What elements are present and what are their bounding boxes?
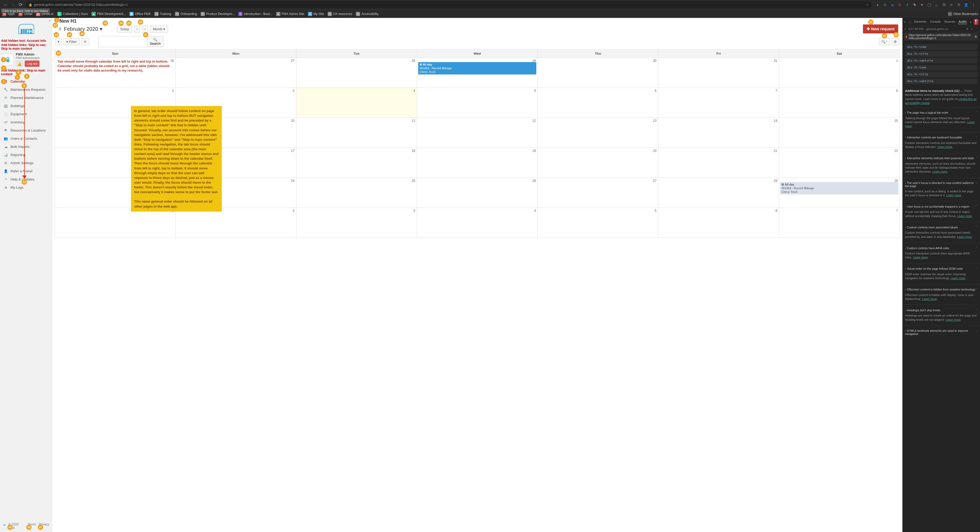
more-tabs-icon[interactable]: » (970, 20, 971, 24)
audit-section[interactable]: ◦ HTML5 landmark elements are used to im… (902, 325, 980, 339)
audit-element-row[interactable]: div.fc-subtitle (905, 78, 977, 84)
calendar-cell[interactable]: 26 (417, 178, 538, 208)
audit-element-row[interactable]: div.fc-subtitle (905, 58, 977, 64)
search-button[interactable]: 🔍 Search (147, 36, 164, 47)
audit-section[interactable]: ◦ Headings don't skip levels˄Headings ar… (902, 305, 980, 325)
learn-more-link[interactable]: Learn more (905, 121, 975, 127)
prev-button[interactable]: ‹ (134, 25, 140, 33)
calendar-cell[interactable]: 29⚙ All day351983 - Record MileageChevy … (779, 178, 900, 208)
bookmark-item[interactable]: BIntroduction - Boot... (238, 12, 272, 16)
calendar-cell[interactable]: 6 (658, 208, 779, 238)
nav-item[interactable]: 📊Reporting (0, 151, 52, 159)
bookmark-item[interactable]: GCollections | Guru (57, 12, 88, 16)
calendar-cell[interactable]: 29⚙ All day351983 - Record MileageChevy … (417, 58, 538, 88)
devtools-tab[interactable]: Elements (914, 19, 927, 24)
extension-icon[interactable]: ◐ (890, 2, 895, 7)
bookmark-item[interactable]: 🗀Onboarding (175, 12, 197, 16)
filter-button[interactable]: ▾ Filter (64, 38, 80, 45)
calendar-event[interactable]: ⚙ All day351983 - Record MileageChevy Tr… (418, 62, 536, 75)
add-audit-icon[interactable]: + (905, 27, 906, 30)
extension-icon[interactable]: 👤 (964, 2, 969, 7)
bookmark-item[interactable]: 🗀Accessibility (356, 12, 379, 16)
bookmark-item[interactable]: 🗀UX resources (328, 12, 352, 16)
calendar-cell[interactable]: 4 (417, 208, 538, 238)
extension-icon[interactable]: ⟳ (949, 2, 954, 7)
audit-element-row[interactable]: div.fc-title (905, 72, 977, 77)
error-badge[interactable]: ◐ 1 (974, 19, 978, 25)
calendar-cell[interactable]: 22 (779, 148, 900, 178)
bookmark-item[interactable]: ●FMX Admin Site (276, 12, 304, 16)
filter-funnel-button[interactable]: ▾ (55, 38, 62, 45)
collapse-sidebar-icon[interactable]: « (49, 18, 51, 22)
audit-section[interactable]: ◦ Visual order on the page follows DOM o… (902, 263, 980, 284)
new-request-button[interactable]: ✚ New request (863, 24, 898, 33)
logout-button[interactable]: Log out (25, 61, 40, 67)
logo[interactable]: FMX (0, 18, 52, 39)
extension-icon[interactable]: Ⓦ (942, 2, 947, 7)
audit-section[interactable]: ◦ The user's focus is directed to new co… (902, 178, 980, 201)
extension-icon[interactable]: ⋮ (971, 2, 976, 7)
nav-item[interactable]: ⬚Equipment (0, 110, 52, 118)
clear-filter-button[interactable]: ✕ (81, 38, 89, 45)
learn-more-link[interactable]: Learn more (947, 194, 961, 197)
extension-icon[interactable]: ⧉ (956, 2, 961, 7)
nav-item[interactable]: ☁Bulk Imports (0, 143, 52, 151)
learn-more-link[interactable]: Learn more (957, 235, 972, 238)
other-bookmarks[interactable]: 🗀Other Bookmarks (948, 12, 978, 16)
audit-element-row[interactable]: div.fc-time (905, 65, 977, 70)
calendar-event[interactable]: ⚙ All day351983 - Record MileageChevy Tr… (780, 182, 899, 194)
calendar-cell[interactable]: 6 (538, 88, 658, 118)
search-input[interactable] (99, 36, 147, 47)
audit-section[interactable]: ◦ Interactive elements indicate their pu… (902, 153, 980, 178)
extension-icon[interactable]: O (897, 2, 902, 7)
calendar-cell[interactable]: 1 (779, 58, 900, 88)
bookmark-item[interactable]: ▲FMX Development... (92, 12, 126, 16)
learn-more-link[interactable]: Learn more (937, 145, 952, 148)
audit-section[interactable]: ◦ The page has a logical tab order˄Tabbi… (902, 107, 980, 132)
audit-section[interactable]: ◦ User focus is not accidentally trapped… (902, 201, 980, 222)
bookmark-item[interactable]: ●My Site (308, 12, 324, 16)
calendar-cell[interactable]: 5 (538, 208, 658, 238)
audit-section[interactable]: ◦ Custom controls have ARIA roles˄Custom… (902, 242, 980, 263)
extension-icon[interactable]: ◯ (927, 2, 932, 7)
calendar-cell[interactable]: 27 (538, 178, 658, 208)
next-button[interactable]: › (142, 25, 148, 33)
device-icon[interactable]: ⬚ (908, 20, 911, 24)
calendar-cell[interactable]: 28 (296, 58, 417, 88)
devtools-tab[interactable]: Console (929, 19, 941, 24)
extension-icon[interactable]: ✦ (920, 2, 924, 7)
learn-more-link[interactable]: Learn more (932, 170, 947, 173)
clear-icon[interactable]: ⊘ (966, 27, 969, 30)
calendar-cell[interactable]: 4 (296, 88, 417, 118)
star-icon[interactable]: ☆ (866, 3, 869, 6)
calendar-cell[interactable]: 14 (658, 118, 779, 148)
calendar-cell[interactable]: 27 (175, 58, 296, 88)
calendar-cell[interactable]: 15 (779, 118, 900, 148)
nav-item[interactable]: ⟳Planned Maintenance (0, 94, 52, 102)
nav-item[interactable]: ⚑Resources & Locations (0, 126, 52, 134)
calendar-cell[interactable]: 31 (658, 58, 779, 88)
audit-section[interactable]: ◦ Interactive controls are keyboard focu… (902, 132, 980, 153)
bookmark-item[interactable]: 🗀Training (154, 12, 171, 16)
extension-icon[interactable]: ✎ (912, 2, 917, 7)
devtools-menu-dots[interactable]: ⋮ (975, 27, 978, 30)
extension-icon[interactable]: △ (934, 2, 939, 7)
calendar-cell[interactable]: 3 (296, 208, 417, 238)
manual-check-header[interactable]: Additional items to manually check (11) … (902, 87, 980, 107)
today-button[interactable]: Today (117, 25, 132, 33)
extension-icon[interactable]: ↟ (905, 2, 910, 7)
calendar-cell[interactable]: 5 (417, 88, 538, 118)
nav-item[interactable]: 🏢Buildings (0, 102, 52, 110)
calendar-cell[interactable]: 21 (658, 148, 779, 178)
download-icon[interactable]: ⤓ (970, 27, 973, 30)
zoom-button[interactable]: 🔍⁺ (879, 38, 890, 45)
devtools-tab[interactable]: Audits (958, 19, 967, 24)
learn-more-link[interactable]: Learn more (946, 318, 961, 321)
learn-more-link[interactable]: Learn more (913, 256, 928, 259)
audit-section[interactable]: ◦ Custom controls have associated labels… (902, 222, 980, 242)
calendar-cell[interactable]: 20 (538, 148, 658, 178)
nav-item[interactable]: ≣My Logs (0, 183, 52, 191)
calendar-cell[interactable]: 19 (417, 148, 538, 178)
back-button[interactable]: ← (2, 1, 10, 8)
extension-icon[interactable]: ● (875, 2, 880, 7)
